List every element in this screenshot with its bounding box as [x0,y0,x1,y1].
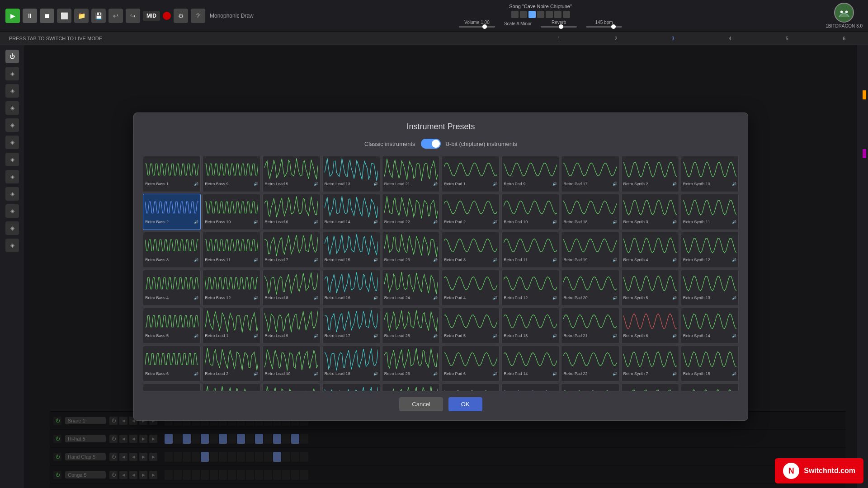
preset-card-27[interactable]: Retro Pad 19🔊 [561,232,619,268]
preset-speaker-19[interactable]: 🔊 [732,220,736,224]
preset-card-13[interactable]: Retro Lead 14🔊 [322,194,380,230]
preset-speaker-48[interactable]: 🔊 [672,334,677,338]
preset-speaker-24[interactable]: 🔊 [433,258,438,262]
t-dot-1[interactable] [511,11,519,18]
preset-speaker-56[interactable]: 🔊 [552,372,557,376]
preset-speaker-10[interactable]: 🔊 [194,220,198,224]
preset-speaker-16[interactable]: 🔊 [552,220,557,224]
preset-card-57[interactable]: Retro Pad 22🔊 [561,346,619,382]
preset-speaker-49[interactable]: 🔊 [732,334,736,338]
preset-card-43[interactable]: Retro Lead 17🔊 [322,308,380,344]
preset-card-61[interactable]: Retro Lead 3🔊 [203,384,260,391]
preset-speaker-15[interactable]: 🔊 [493,220,497,224]
instrument-toggle[interactable] [421,139,441,149]
sidebar-icon-6[interactable]: ◈ [5,136,19,149]
preset-card-7[interactable]: Retro Pad 17🔊 [561,156,619,192]
reverb-slider[interactable] [541,26,577,28]
preset-speaker-8[interactable]: 🔊 [672,182,677,186]
volume-slider[interactable] [459,26,495,28]
preset-card-19[interactable]: Retro Synth 11🔊 [681,194,739,230]
preset-speaker-23[interactable]: 🔊 [373,258,378,262]
t-dot-4[interactable] [537,11,544,18]
record-dot[interactable] [163,12,171,20]
preset-card-20[interactable]: Retro Bass 3🔊 [143,232,201,268]
preset-speaker-41[interactable]: 🔊 [254,334,258,338]
preset-speaker-6[interactable]: 🔊 [552,182,557,186]
preset-speaker-20[interactable]: 🔊 [194,258,198,262]
preset-card-1[interactable]: Retro Bass 9🔊 [203,156,260,192]
preset-card-51[interactable]: Retro Lead 2🔊 [203,346,260,382]
preset-speaker-36[interactable]: 🔊 [552,296,557,300]
preset-card-23[interactable]: Retro Lead 15🔊 [322,232,380,268]
preset-card-29[interactable]: Retro Synth 12🔊 [681,232,739,268]
preset-speaker-22[interactable]: 🔊 [314,258,318,262]
preset-speaker-0[interactable]: 🔊 [194,182,198,186]
preset-card-66[interactable]: Retro Pad 15🔊 [501,384,559,391]
new-button[interactable]: ⬜ [57,9,71,23]
preset-card-31[interactable]: Retro Bass 12🔊 [203,270,260,306]
preset-speaker-4[interactable]: 🔊 [433,182,438,186]
preset-speaker-44[interactable]: 🔊 [433,334,438,338]
preset-speaker-30[interactable]: 🔊 [194,296,198,300]
preset-card-11[interactable]: Retro Bass 10🔊 [203,194,260,230]
preset-card-64[interactable]: Retro Lead 27🔊 [382,384,440,391]
preset-speaker-9[interactable]: 🔊 [732,182,736,186]
preset-speaker-45[interactable]: 🔊 [493,334,497,338]
preset-card-68[interactable]: Retro Synth 8🔊 [621,384,679,391]
preset-card-65[interactable]: Retro Pad 7🔊 [442,384,500,391]
t-dot-6[interactable] [554,11,561,18]
preset-speaker-58[interactable]: 🔊 [672,372,677,376]
preset-card-69[interactable]: Retro Synth 16🔊 [681,384,739,391]
preset-card-24[interactable]: Retro Lead 23🔊 [382,232,440,268]
preset-speaker-39[interactable]: 🔊 [732,296,736,300]
sidebar-icon-9[interactable]: ◈ [5,187,19,201]
preset-card-4[interactable]: Retro Lead 21🔊 [382,156,440,192]
preset-speaker-18[interactable]: 🔊 [672,220,677,224]
preset-card-53[interactable]: Retro Lead 18🔊 [322,346,380,382]
sidebar-icon-7[interactable]: ◈ [5,153,19,166]
preset-card-10[interactable]: Retro Bass 2🔊 [143,194,201,230]
preset-card-41[interactable]: Retro Lead 1🔊 [203,308,260,344]
preset-card-38[interactable]: Retro Synth 5🔊 [621,270,679,306]
sidebar-icon-8[interactable]: ◈ [5,170,19,183]
preset-card-60[interactable]: Retro Bass 7🔊 [143,384,201,391]
help-button[interactable]: ? [191,9,205,23]
t-dot-3[interactable] [528,11,536,18]
preset-card-40[interactable]: Retro Bass 5🔊 [143,308,201,344]
preset-speaker-1[interactable]: 🔊 [254,182,258,186]
t-dot-2[interactable] [520,11,527,18]
pause-button[interactable]: ⏸ [23,9,37,23]
preset-speaker-52[interactable]: 🔊 [314,372,318,376]
preset-card-14[interactable]: Retro Lead 22🔊 [382,194,440,230]
preset-card-36[interactable]: Retro Pad 12🔊 [501,270,559,306]
preset-card-25[interactable]: Retro Pad 3🔊 [442,232,500,268]
avatar[interactable] [834,3,854,23]
preset-speaker-25[interactable]: 🔊 [493,258,497,262]
preset-card-46[interactable]: Retro Pad 13🔊 [501,308,559,344]
undo-button[interactable]: ↩ [108,9,123,23]
preset-card-32[interactable]: Retro Lead 8🔊 [262,270,320,306]
preset-card-67[interactable]: Retro Pad 23🔊 [561,384,619,391]
preset-card-34[interactable]: Retro Lead 24🔊 [382,270,440,306]
preset-card-35[interactable]: Retro Pad 4🔊 [442,270,500,306]
preset-card-18[interactable]: Retro Synth 3🔊 [621,194,679,230]
preset-card-42[interactable]: Retro Lead 9🔊 [262,308,320,344]
preset-card-5[interactable]: Retro Pad 1🔊 [442,156,500,192]
preset-speaker-29[interactable]: 🔊 [732,258,736,262]
preset-speaker-12[interactable]: 🔊 [314,220,318,224]
preset-card-59[interactable]: Retro Synth 15🔊 [681,346,739,382]
preset-speaker-35[interactable]: 🔊 [493,296,497,300]
sidebar-icon-2[interactable]: ◈ [5,67,19,80]
preset-card-50[interactable]: Retro Bass 6🔊 [143,346,201,382]
redo-button[interactable]: ↪ [126,9,140,23]
sidebar-icon-5[interactable]: ◈ [5,118,19,132]
preset-card-30[interactable]: Retro Bass 4🔊 [143,270,201,306]
preset-speaker-31[interactable]: 🔊 [254,296,258,300]
bpm-slider[interactable] [586,26,622,28]
preset-card-62[interactable]: Retro Lead 11🔊 [262,384,320,391]
preset-speaker-57[interactable]: 🔊 [613,372,617,376]
preset-card-37[interactable]: Retro Pad 20🔊 [561,270,619,306]
t-dot-7[interactable] [563,11,570,18]
preset-speaker-27[interactable]: 🔊 [613,258,617,262]
sidebar-icon-10[interactable]: ◈ [5,204,19,218]
